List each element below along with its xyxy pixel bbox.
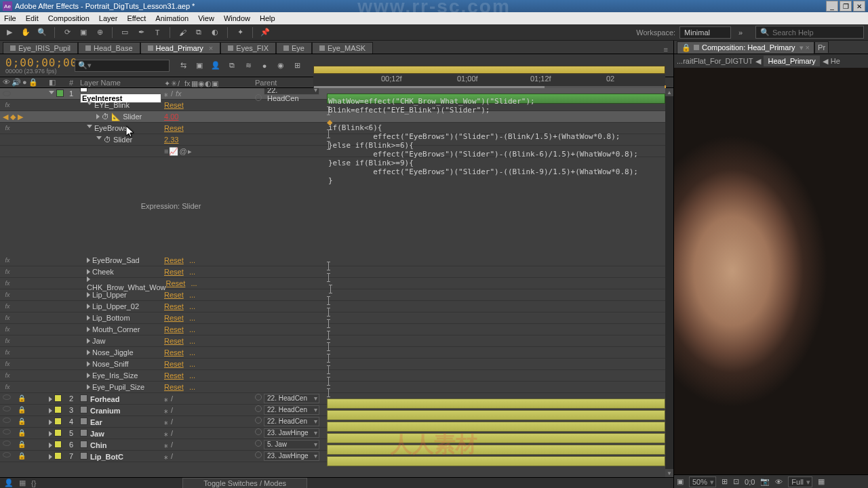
expression-row[interactable]: ≡ 📈 @ ▸ WhatWow=effect("CHK_Brow_What_Wo… [0, 146, 673, 157]
eraser-tool-icon[interactable]: ◐ [210, 27, 220, 38]
viewer-tab-2[interactable]: Pr [814, 41, 829, 53]
resolution-dropdown[interactable]: Full [788, 476, 812, 487]
composition-viewer[interactable] [674, 68, 868, 474]
draft3d-icon[interactable]: ▣ [194, 60, 205, 71]
puppet-tool-icon[interactable]: 📌 [260, 27, 271, 38]
workspace-dropdown[interactable]: Minimal [679, 26, 731, 39]
render-queue-icon[interactable]: ▦ [19, 479, 26, 487]
effect-row[interactable]: fx Lip_Bottom Reset ... [0, 312, 673, 324]
slider-value[interactable]: 4.00 [164, 113, 178, 121]
effect-row[interactable]: fx Eye_Iris_Size Reset ... [0, 370, 673, 382]
reset-link[interactable]: Reset [164, 101, 184, 109]
toggle-shy-icon[interactable]: 👤 [4, 479, 14, 487]
effect-row[interactable]: fx Nose_Sniff Reset ... [0, 359, 673, 370]
3d-switch-icon: ▣ [212, 79, 218, 85]
toggle-switches-modes-button[interactable]: Toggle Switches / Modes [182, 478, 307, 489]
tab-head-base[interactable]: Head_Base [78, 42, 140, 54]
layer-row[interactable]: 🔒 2 Forhead ⁎/ 22. HeadCen [0, 393, 673, 405]
clone-tool-icon[interactable]: ⧉ [193, 27, 204, 38]
workspace-options-icon[interactable]: » [735, 27, 746, 38]
menu-composition[interactable]: Composition [48, 14, 90, 22]
roto-tool-icon[interactable]: ✦ [235, 27, 245, 38]
frame-blend-icon[interactable]: ⧉ [226, 60, 237, 71]
menu-effect[interactable]: Effect [127, 14, 146, 22]
effect-row[interactable]: fx CHK_Brow_What_Wow Reset ... [0, 278, 673, 289]
close-button[interactable]: ✕ [853, 1, 865, 12]
graph-editor-icon[interactable]: ⊞ [292, 60, 302, 71]
tab-eye-iris-pupil[interactable]: Eye_IRIS_Pupil [3, 42, 78, 54]
switch-quality[interactable]: / [171, 89, 173, 98]
restore-button[interactable]: ❐ [840, 1, 852, 12]
tab-eye-mask[interactable]: Eye_MASK [312, 42, 373, 54]
menu-window[interactable]: Window [224, 14, 250, 22]
twirl-icon[interactable] [49, 91, 54, 97]
audio-col-icon[interactable]: 🔊 [12, 78, 21, 87]
selection-tool-icon[interactable]: ▶ [4, 27, 15, 38]
effect-row[interactable]: fx Eye_Pupil_Size Reset ... [0, 382, 673, 393]
effect-row[interactable]: fx Lip_Upper Reset ... [0, 289, 673, 301]
switch-fx[interactable]: fx [176, 89, 182, 98]
solo-col-icon[interactable]: ● [22, 78, 27, 87]
roi-icon[interactable]: ▦ [818, 477, 825, 486]
zoom-dropdown[interactable]: 50% [689, 476, 716, 487]
mask-icon[interactable]: ▣ [677, 477, 684, 486]
parent-dropdown[interactable]: 22. HeadCen [264, 88, 319, 95]
menu-animation[interactable]: Animation [155, 14, 189, 22]
menu-view[interactable]: View [198, 14, 214, 22]
eye-icon[interactable] [3, 91, 11, 96]
timecode-viewer[interactable]: 0;0 [745, 478, 755, 486]
expr-graph-icon[interactable]: 📈 [169, 147, 178, 156]
expr-language-icon[interactable]: ▸ [188, 147, 192, 156]
lock-col-icon[interactable]: 🔒 [28, 78, 38, 87]
effect-row[interactable]: fx Mouth_Corner Reset ... [0, 324, 673, 336]
text-tool-icon[interactable]: T [152, 27, 163, 38]
expr-pickwhip-icon[interactable]: @ [179, 147, 186, 155]
effect-row[interactable]: fx EyeBrow_Sad Reset ... [0, 255, 673, 266]
lock-icon[interactable]: 🔒 [682, 43, 691, 52]
tab-eye[interactable]: Eye [276, 42, 312, 54]
hand-tool-icon[interactable]: ✋ [20, 27, 31, 38]
minimize-button[interactable]: _ [826, 1, 838, 12]
label-col-icon[interactable]: ◧ [49, 78, 56, 86]
shy-icon[interactable]: 👤 [210, 60, 221, 71]
motionblur-switch-icon: ◉ [198, 79, 204, 85]
menu-layer[interactable]: Layer [99, 14, 118, 22]
search-help-input[interactable]: 🔍 Search Help [755, 26, 864, 39]
brackets-icon[interactable]: {} [31, 479, 36, 487]
pickwhip-icon[interactable] [255, 94, 262, 101]
label-color[interactable] [56, 89, 64, 97]
comp-flowchart-icon[interactable]: ⇆ [178, 60, 189, 71]
effect-row[interactable]: fx Nose_Jiggle Reset ... [0, 347, 673, 359]
rotate-tool-icon[interactable]: ⟳ [62, 27, 73, 38]
expression-code[interactable]: WhatWow=effect("CHK_Brow_What_Wow")("Sli… [328, 97, 638, 185]
pan-behind-tool-icon[interactable]: ⊕ [94, 27, 105, 38]
snapshot-icon[interactable]: 📷 [760, 477, 770, 486]
expr-enable-icon[interactable]: ≡ [164, 147, 168, 155]
pen-tool-icon[interactable]: ✒ [136, 27, 146, 38]
video-col-icon[interactable]: 👁 [3, 78, 10, 87]
auto-keyframe-icon[interactable]: ◉ [275, 60, 286, 71]
timeline-footer: 👤 ▦ {} Toggle Switches / Modes [0, 477, 673, 488]
tab-eyes-fix[interactable]: Eyes_FIX [220, 42, 276, 54]
grid-icon[interactable]: ⊞ [722, 477, 728, 486]
panel-options-icon[interactable]: ≡ [658, 45, 673, 54]
layer-search-input[interactable]: 🔍▾ [75, 60, 170, 72]
expression-label: Expression: Slider [0, 202, 342, 210]
menu-file[interactable]: File [4, 14, 16, 22]
menu-help[interactable]: Help [260, 14, 275, 22]
shape-tool-icon[interactable]: ▭ [119, 27, 130, 38]
zoom-tool-icon[interactable]: 🔍 [37, 27, 47, 38]
motion-blur-icon[interactable]: ≋ [243, 60, 254, 71]
effect-row[interactable]: fx Jaw Reset ... [0, 336, 673, 347]
show-snapshot-icon[interactable]: 👁 [775, 478, 783, 486]
camera-tool-icon[interactable]: ▣ [78, 27, 89, 38]
tab-head-primary[interactable]: Head_Primary× [140, 42, 221, 54]
channel-icon[interactable]: ⊡ [733, 477, 739, 486]
switch-collapse[interactable]: ⁎ [164, 89, 168, 98]
effect-row[interactable]: fx Lip_Upper_02 Reset ... [0, 301, 673, 312]
brainstorm-icon[interactable]: ● [259, 60, 270, 71]
viewer-tab-composition[interactable]: 🔒 Composition: Head_Primary ▾ × [677, 41, 814, 54]
menu-edit[interactable]: Edit [26, 14, 39, 22]
vertical-scrollbar[interactable]: ▲ ▼ [665, 88, 673, 477]
brush-tool-icon[interactable]: 🖌 [177, 27, 188, 38]
